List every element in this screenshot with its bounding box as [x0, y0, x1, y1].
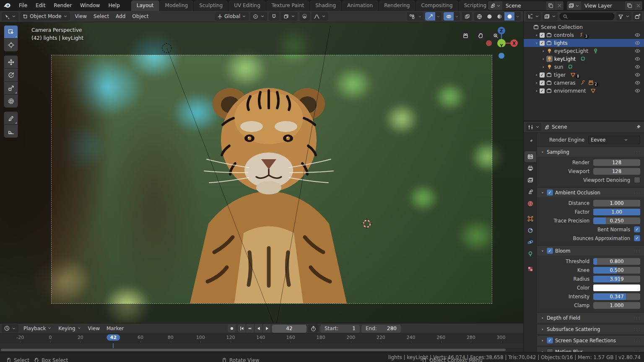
editor-type-button[interactable]: [2, 12, 18, 21]
outliner-item-name[interactable]: enviornment: [554, 88, 586, 94]
eye-icon[interactable]: [634, 80, 641, 86]
tool-cursor[interactable]: [4, 38, 18, 52]
checkbox[interactable]: ✓: [634, 226, 640, 233]
view-layer-name[interactable]: View Layer: [581, 3, 625, 9]
eye-icon[interactable]: [634, 88, 641, 94]
tool-rotate[interactable]: [4, 68, 18, 81]
disclosure-right-icon[interactable]: [534, 89, 540, 93]
viewport-menu-select[interactable]: Select: [90, 13, 112, 19]
new-collection-button[interactable]: [633, 12, 642, 21]
workspace-tab-layout[interactable]: Layout: [131, 0, 159, 11]
properties-tab-output[interactable]: [525, 163, 536, 174]
shading-solid-button[interactable]: [484, 12, 494, 21]
properties-tab-render[interactable]: [525, 151, 536, 162]
timeline-editor-type-button[interactable]: [2, 324, 18, 333]
outliner-item-name[interactable]: sun: [554, 64, 563, 70]
panel-header-subsurface-scattering[interactable]: Subsurface Scattering::::: [537, 324, 644, 334]
outliner-filter-dropdown[interactable]: [616, 12, 631, 21]
workspace-tab-rendering[interactable]: Rendering: [379, 0, 415, 11]
timeline-menu-view[interactable]: View: [85, 326, 103, 331]
shading-rendered-button[interactable]: [504, 12, 514, 21]
play-button[interactable]: [263, 324, 271, 332]
value-slider[interactable]: 1.00: [593, 209, 640, 215]
prev-key-button[interactable]: [246, 324, 254, 332]
disclosure-right-icon[interactable]: [534, 73, 540, 77]
outliner-row[interactable]: ✓tiger8: [524, 71, 644, 79]
start-frame-field[interactable]: Start:1: [320, 325, 360, 333]
outliner-item-name[interactable]: Scene Collection: [541, 24, 583, 30]
outliner-search-input[interactable]: [559, 13, 615, 20]
viewport[interactable]: Camera Perspective (42) lights | keyLigh…: [0, 22, 523, 323]
snap-settings-dropdown[interactable]: [281, 12, 298, 21]
panel-checkbox[interactable]: [547, 349, 553, 352]
eye-icon[interactable]: [634, 64, 641, 70]
pivot-point-dropdown[interactable]: [250, 12, 267, 21]
tool-measure[interactable]: [4, 124, 18, 138]
chevron-down-icon[interactable]: [514, 12, 521, 21]
shading-material-button[interactable]: [494, 12, 504, 21]
timeline-menu-playback[interactable]: Playback: [20, 326, 55, 331]
end-frame-field[interactable]: End:280: [361, 325, 401, 333]
pin-icon[interactable]: [635, 124, 641, 130]
properties-tab-tool[interactable]: [525, 136, 536, 147]
outliner-item-name[interactable]: cameras: [554, 80, 576, 86]
properties-editor-type-button[interactable]: [526, 123, 541, 131]
collection-checkbox[interactable]: ✓: [540, 41, 545, 46]
mode-dropdown[interactable]: Object Mode: [20, 12, 70, 21]
disclosure-right-icon[interactable]: [540, 65, 546, 69]
value-slider[interactable]: 3.919: [593, 276, 640, 282]
properties-tab-physics[interactable]: [525, 237, 536, 248]
playhead[interactable]: [113, 343, 114, 349]
workspace-tab-shading[interactable]: Shading: [310, 0, 341, 11]
remove-view-layer-button[interactable]: [634, 1, 642, 10]
workspace-tab-texture-paint[interactable]: Texture Paint: [266, 0, 309, 11]
panel-checkbox[interactable]: ✓: [547, 189, 553, 196]
object-type-visibility-button[interactable]: [407, 12, 417, 21]
timeline-menu-marker[interactable]: Marker: [103, 326, 127, 331]
workspace-tab-modeling[interactable]: Modeling: [160, 0, 194, 11]
disclosure-right-icon[interactable]: [540, 49, 546, 53]
disclosure-right-icon[interactable]: [534, 33, 540, 37]
eye-icon[interactable]: [634, 48, 641, 54]
transform-orientation-dropdown[interactable]: Global: [215, 12, 249, 21]
menu-edit[interactable]: Edit: [32, 1, 49, 10]
eye-icon[interactable]: [634, 72, 641, 78]
tool-select-box[interactable]: [4, 25, 18, 38]
menu-window[interactable]: Window: [76, 1, 104, 10]
properties-tab-world[interactable]: [525, 198, 536, 209]
properties-tab-light-data[interactable]: [525, 248, 536, 259]
current-frame-field[interactable]: 42: [272, 325, 306, 333]
tool-annotate[interactable]: [4, 111, 18, 124]
outliner-row[interactable]: ✓cameras2: [524, 79, 644, 87]
panel-header-depth-of-field[interactable]: Depth of Field::::: [537, 313, 644, 323]
checkbox[interactable]: [634, 177, 640, 183]
new-view-layer-button[interactable]: [625, 1, 634, 10]
outliner-item-name[interactable]: tiger: [554, 72, 566, 78]
outliner-row[interactable]: ✓controls3: [524, 31, 644, 39]
value-field[interactable]: 1.000: [593, 302, 640, 309]
panel-checkbox[interactable]: ✓: [547, 248, 553, 254]
jump-first-button[interactable]: [238, 324, 246, 332]
value-field[interactable]: 128: [593, 159, 640, 166]
workspace-tab-sculpting[interactable]: Sculpting: [194, 0, 228, 11]
outliner-item-name[interactable]: eyeSpecLight: [554, 48, 588, 54]
outliner-row[interactable]: eyeSpecLight: [524, 47, 644, 55]
shading-wireframe-button[interactable]: [474, 12, 484, 21]
outliner-display-mode-dropdown[interactable]: [526, 12, 541, 21]
disclosure-right-icon[interactable]: [534, 81, 540, 85]
timeline-ruler[interactable]: -200206080100120140160180200220240260280…: [0, 334, 523, 343]
eye-icon[interactable]: [634, 40, 641, 46]
outliner-item-name[interactable]: controls: [554, 32, 574, 38]
scene-selector[interactable]: Scene: [488, 1, 564, 10]
outliner-row[interactable]: Scene Collection: [524, 23, 644, 31]
properties-tab-scene[interactable]: [525, 186, 536, 197]
scene-name[interactable]: Scene: [502, 3, 546, 9]
workspace-tab-compositing[interactable]: Compositing: [415, 0, 458, 11]
outliner-row[interactable]: ✓lights: [524, 39, 644, 47]
menu-file[interactable]: File: [15, 1, 31, 10]
timeline-track[interactable]: [0, 343, 523, 349]
value-slider[interactable]: 0.250: [593, 217, 640, 224]
blender-logo-icon[interactable]: [3, 3, 11, 8]
chevron-down-icon[interactable]: [454, 12, 460, 21]
tool-transform[interactable]: [4, 94, 18, 108]
